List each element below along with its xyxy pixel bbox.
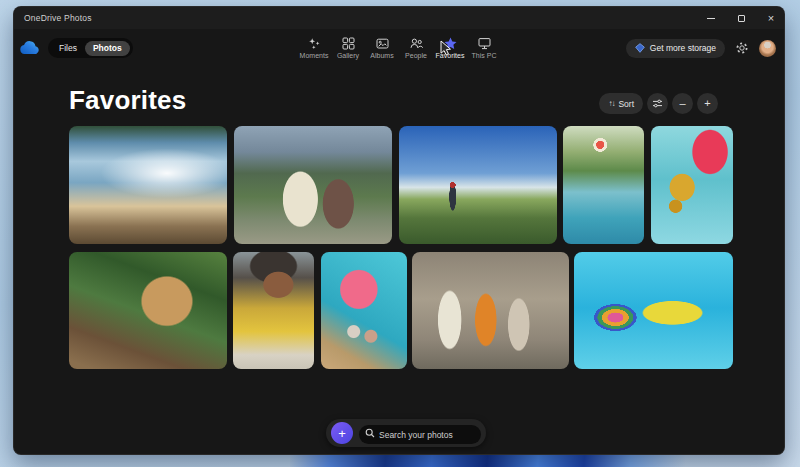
maximize-icon xyxy=(738,15,745,22)
maximize-button[interactable] xyxy=(734,11,748,25)
nav-center: Moments Gallery xyxy=(298,31,500,59)
sort-label: Sort xyxy=(618,99,634,109)
minimize-icon xyxy=(707,18,715,19)
nav-label: Gallery xyxy=(337,52,359,59)
account-avatar[interactable] xyxy=(759,40,776,57)
desktop: OneDrive Photos × Files xyxy=(0,0,800,467)
nav-left: Files Photos xyxy=(19,29,133,67)
toolbar: ↑↓ Sort – + xyxy=(599,93,718,114)
monitor-icon xyxy=(478,36,491,50)
titlebar: OneDrive Photos × xyxy=(14,7,784,29)
nav-label: Albums xyxy=(370,52,393,59)
page-title: Favorites xyxy=(69,85,186,116)
nav-label: Moments xyxy=(300,52,329,59)
filter-sliders-icon xyxy=(652,98,663,109)
photo-tile[interactable] xyxy=(69,252,227,369)
search-bar: + xyxy=(326,419,486,447)
files-photos-toggle: Files Photos xyxy=(48,38,133,58)
zoom-out-button[interactable]: – xyxy=(672,93,693,114)
navbar: Files Photos Moments xyxy=(14,29,784,67)
album-icon xyxy=(376,36,389,50)
add-button[interactable]: + xyxy=(331,422,353,444)
settings-gear-icon[interactable] xyxy=(735,41,749,55)
photo-tile[interactable] xyxy=(69,126,227,244)
sort-arrows-icon: ↑↓ xyxy=(608,99,614,108)
nav-right: Get more storage xyxy=(626,29,776,67)
window-controls: × xyxy=(704,7,778,29)
nav-item-gallery[interactable]: Gallery xyxy=(332,31,364,59)
photo-tile[interactable] xyxy=(574,252,733,369)
people-icon xyxy=(410,36,423,50)
search-box xyxy=(359,424,481,443)
storage-gem-icon xyxy=(635,43,645,53)
search-input[interactable] xyxy=(359,425,481,444)
nav-label: People xyxy=(405,52,427,59)
nav-item-people[interactable]: People xyxy=(400,31,432,59)
sparkles-icon xyxy=(308,36,321,50)
photo-tile[interactable] xyxy=(563,126,644,244)
window-title: OneDrive Photos xyxy=(24,13,92,23)
photo-tile[interactable] xyxy=(321,252,407,369)
nav-label: This PC xyxy=(472,52,497,59)
close-button[interactable]: × xyxy=(764,11,778,25)
toggle-files[interactable]: Files xyxy=(51,43,85,53)
zoom-in-button[interactable]: + xyxy=(697,93,718,114)
sort-button[interactable]: ↑↓ Sort xyxy=(599,93,643,114)
onedrive-cloud-icon[interactable] xyxy=(19,41,41,56)
photo-tile[interactable] xyxy=(399,126,557,244)
search-icon xyxy=(365,428,375,438)
toggle-photos[interactable]: Photos xyxy=(85,41,130,56)
photo-tile[interactable] xyxy=(234,126,392,244)
photo-tile[interactable] xyxy=(233,252,314,369)
nav-item-this-pc[interactable]: This PC xyxy=(468,31,500,59)
nav-item-albums[interactable]: Albums xyxy=(366,31,398,59)
grid-icon xyxy=(342,36,355,50)
nav-item-moments[interactable]: Moments xyxy=(298,31,330,59)
onedrive-photos-window: OneDrive Photos × Files xyxy=(13,6,785,455)
photo-tile[interactable] xyxy=(412,252,569,369)
mouse-cursor xyxy=(440,40,452,57)
minimize-button[interactable] xyxy=(704,11,718,25)
photo-tile[interactable] xyxy=(651,126,733,244)
get-more-storage-button[interactable]: Get more storage xyxy=(626,39,725,58)
filter-button[interactable] xyxy=(647,93,668,114)
storage-label: Get more storage xyxy=(650,43,716,53)
